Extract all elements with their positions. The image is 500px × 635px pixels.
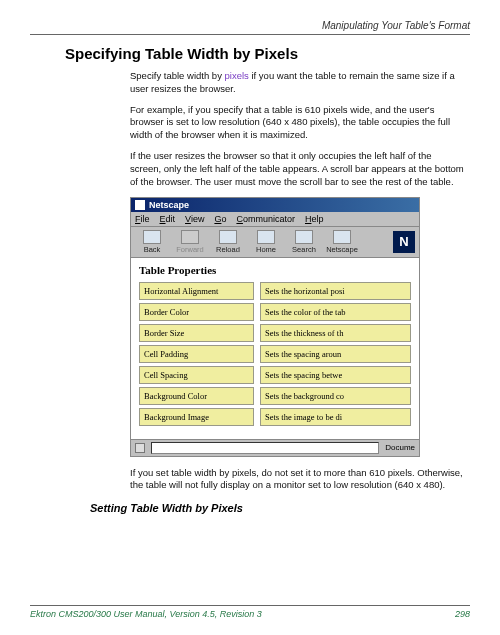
back-icon: [143, 230, 161, 244]
subsection-title: Setting Table Width by Pixels: [90, 502, 470, 514]
menu-help[interactable]: Help: [305, 214, 324, 224]
footer-manual: Ektron CMS200/300 User Manual, Version 4…: [30, 609, 262, 619]
back-label: Back: [144, 245, 161, 254]
browser-viewport: Table Properties Horizontal AlignmentSet…: [131, 258, 419, 439]
table-row: Border SizeSets the thickness of th: [139, 324, 411, 342]
search-icon: [295, 230, 313, 244]
home-icon: [257, 230, 275, 244]
reload-button[interactable]: Reload: [209, 229, 247, 255]
menu-go[interactable]: Go: [214, 214, 226, 224]
prop-desc: Sets the image to be di: [260, 408, 411, 426]
prop-name: Border Color: [139, 303, 254, 321]
menu-edit[interactable]: Edit: [160, 214, 176, 224]
table-properties-heading: Table Properties: [139, 264, 411, 276]
chapter-header: Manipulating Your Table's Format: [30, 20, 470, 35]
home-button[interactable]: Home: [247, 229, 285, 255]
table-row: Background ColorSets the background co: [139, 387, 411, 405]
prop-name: Cell Spacing: [139, 366, 254, 384]
prop-desc: Sets the color of the tab: [260, 303, 411, 321]
prop-desc: Sets the spacing betwe: [260, 366, 411, 384]
section-title: Specifying Table Width by Pixels: [65, 45, 470, 62]
netscape-label: Netscape: [326, 245, 358, 254]
prop-name: Border Size: [139, 324, 254, 342]
forward-icon: [181, 230, 199, 244]
table-row: Cell PaddingSets the spacing aroun: [139, 345, 411, 363]
window-title: Netscape: [149, 200, 189, 210]
prop-name: Background Image: [139, 408, 254, 426]
search-label: Search: [292, 245, 316, 254]
prop-desc: Sets the horizontal posi: [260, 282, 411, 300]
prop-desc: Sets the background co: [260, 387, 411, 405]
page-footer: Ektron CMS200/300 User Manual, Version 4…: [30, 605, 470, 619]
window-titlebar: Netscape: [131, 198, 419, 212]
paragraph-4: If you set table width by pixels, do not…: [130, 467, 465, 493]
back-button[interactable]: Back: [133, 229, 171, 255]
browser-screenshot: Netscape File Edit View Go Communicator …: [130, 197, 420, 457]
lock-icon: [135, 443, 145, 453]
footer-page-number: 298: [455, 609, 470, 619]
para1-a: Specify table width by: [130, 70, 225, 81]
netscape-logo-icon: N: [393, 231, 415, 253]
search-button[interactable]: Search: [285, 229, 323, 255]
netscape-button[interactable]: Netscape: [323, 229, 361, 255]
reload-label: Reload: [216, 245, 240, 254]
forward-label: Forward: [176, 245, 204, 254]
prop-name: Cell Padding: [139, 345, 254, 363]
prop-desc: Sets the spacing aroun: [260, 345, 411, 363]
forward-button[interactable]: Forward: [171, 229, 209, 255]
status-bar: Docume: [131, 439, 419, 456]
table-row: Horizontal AlignmentSets the horizontal …: [139, 282, 411, 300]
toolbar: Back Forward Reload Home Search Netscape…: [131, 227, 419, 258]
menu-communicator[interactable]: Communicator: [236, 214, 295, 224]
table-row: Cell SpacingSets the spacing betwe: [139, 366, 411, 384]
table-row: Border ColorSets the color of the tab: [139, 303, 411, 321]
prop-name: Background Color: [139, 387, 254, 405]
netscape-app-icon: [135, 200, 145, 210]
pixels-link[interactable]: pixels: [225, 70, 249, 81]
paragraph-1: Specify table width by pixels if you wan…: [130, 70, 465, 96]
status-text: Docume: [385, 443, 415, 452]
prop-desc: Sets the thickness of th: [260, 324, 411, 342]
table-row: Background ImageSets the image to be di: [139, 408, 411, 426]
paragraph-2: For example, if you specify that a table…: [130, 104, 465, 142]
menu-file[interactable]: File: [135, 214, 150, 224]
menu-view[interactable]: View: [185, 214, 204, 224]
menu-bar: File Edit View Go Communicator Help: [131, 212, 419, 227]
reload-icon: [219, 230, 237, 244]
netscape-icon: [333, 230, 351, 244]
paragraph-3: If the user resizes the browser so that …: [130, 150, 465, 188]
home-label: Home: [256, 245, 276, 254]
prop-name: Horizontal Alignment: [139, 282, 254, 300]
